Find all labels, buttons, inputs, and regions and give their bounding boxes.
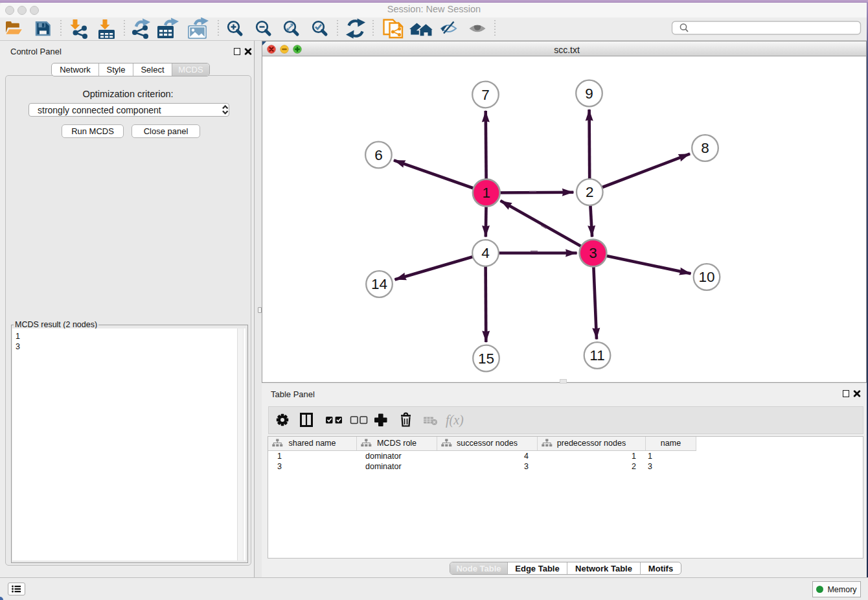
svg-text:4: 4 — [481, 245, 490, 261]
svg-text:f(x): f(x) — [446, 413, 464, 428]
svg-text:1: 1 — [483, 185, 491, 201]
svg-text:9: 9 — [585, 86, 593, 102]
svg-text:10: 10 — [698, 269, 714, 285]
svg-text:15: 15 — [478, 351, 494, 367]
svg-text:11: 11 — [589, 347, 604, 363]
svg-text:14: 14 — [371, 276, 387, 292]
svg-text:2: 2 — [586, 184, 594, 200]
svg-text:6: 6 — [374, 147, 383, 163]
svg-text:3: 3 — [589, 245, 597, 261]
svg-text:7: 7 — [481, 87, 490, 103]
svg-text:8: 8 — [701, 140, 709, 156]
